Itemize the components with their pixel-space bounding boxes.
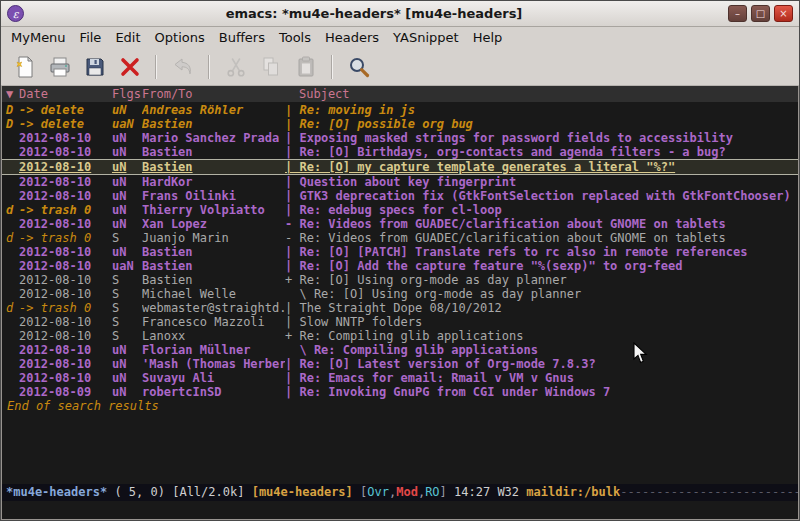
message-row[interactable]: 2012-08-10 uN Bastien | Re: [O] Birthday… (2, 145, 798, 159)
subject-cell: | Re: [O] my capture template generates … (285, 160, 798, 174)
toolbar-separator (155, 55, 157, 79)
message-row[interactable]: 2012-08-10 S Bastien + Re: [O] Using org… (2, 273, 798, 287)
message-row[interactable]: 2012-08-10 uN Suvayu Ali | Re: Emacs for… (2, 371, 798, 385)
menu-options[interactable]: Options (148, 29, 212, 46)
subject-cell: + Re: Compiling glib applications (285, 329, 798, 343)
flags-cell: uaN (112, 259, 142, 273)
flags-cell: uN (112, 217, 142, 231)
from-cell: Suvayu Ali (142, 371, 285, 385)
flags-cell: S (112, 329, 142, 343)
message-row[interactable]: 2012-08-10 uN Bastien | Re: [O] my captu… (2, 159, 798, 175)
date-cell: 2012-08-10 (19, 259, 112, 273)
mark-cell (2, 329, 19, 343)
message-row[interactable]: 2012-08-10 uN Frans Oilinki | GTK3 depre… (2, 189, 798, 203)
menu-headers[interactable]: Headers (318, 29, 386, 46)
mark-cell (2, 315, 19, 329)
sort-direction-icon[interactable]: ▼ (2, 86, 19, 102)
undo-button[interactable] (167, 52, 198, 82)
message-row[interactable]: 2012-08-10 S Lanoxx + Re: Compiling glib… (2, 329, 798, 343)
from-cell: Bastien (142, 259, 285, 273)
message-row[interactable]: 2012-08-10 uN Xan Lopez - Re: Videos fro… (2, 217, 798, 231)
date-cell: 2012-08-10 (19, 245, 112, 259)
save-icon (83, 55, 107, 79)
close-button[interactable]: × (774, 5, 793, 22)
column-header-subject[interactable]: Subject (285, 86, 798, 102)
from-cell: webmaster@straightd... (142, 301, 285, 315)
mark-cell: D (2, 103, 19, 117)
message-row[interactable]: 2012-08-10 S Michael Welle \ Re: [O] Usi… (2, 287, 798, 301)
from-cell: Bastien (142, 160, 285, 174)
date-cell: -> delete (19, 103, 112, 117)
subject-cell: | Slow NNTP folders (285, 315, 798, 329)
message-row[interactable]: d -> trash 0 S Juanjo Marin - Re: Videos… (2, 231, 798, 245)
maximize-button[interactable]: □ (751, 5, 770, 22)
flags-cell: uN (112, 131, 142, 145)
flags-cell: S (112, 287, 142, 301)
message-row[interactable]: 2012-08-09 uN robertcInSD | Re: Invoking… (2, 385, 798, 399)
subject-cell: - Re: Videos from GUADEC/clarification a… (285, 217, 798, 231)
subject-cell: | Re: [O] [PATCH] Translate refs to rc a… (285, 245, 798, 259)
mark-cell (2, 131, 19, 145)
save-button[interactable] (79, 52, 110, 82)
toolbar (1, 48, 799, 86)
modeline-position: ( 5, 0) (107, 485, 172, 499)
date-cell: -> trash 0 (19, 231, 112, 245)
minimize-button[interactable]: – (728, 5, 747, 22)
cut-icon (224, 55, 248, 79)
subject-cell: | Re: [O] Latest version of Org-mode 7.8… (285, 357, 798, 371)
from-cell: Xan Lopez (142, 217, 285, 231)
column-header-flags[interactable]: Flgs (112, 86, 142, 102)
message-row[interactable]: 2012-08-10 uN Florian Müllner \ Re: Comp… (2, 343, 798, 357)
flags-cell: uN (112, 189, 142, 203)
mark-cell: d (2, 203, 19, 217)
date-cell: 2012-08-10 (19, 329, 112, 343)
menu-yasnippet[interactable]: YASnippet (386, 29, 466, 46)
column-header-from[interactable]: From/To (142, 86, 285, 102)
message-row[interactable]: 2012-08-10 uN Mario Sanchez Prada | Expo… (2, 131, 798, 145)
new-file-button[interactable] (9, 52, 40, 82)
message-row[interactable]: 2012-08-10 uN HardKor | Question about k… (2, 175, 798, 189)
print-button[interactable] (44, 52, 75, 82)
kill-buffer-button[interactable] (114, 52, 145, 82)
titlebar[interactable]: ε emacs: *mu4e-headers* [mu4e-headers] –… (1, 1, 799, 27)
modeline-bracket-close: ] (440, 485, 454, 499)
menu-buffers[interactable]: Buffers (212, 29, 272, 46)
menu-file[interactable]: File (73, 29, 109, 46)
modeline-time: 14:27 (454, 485, 497, 499)
from-cell: Bastien (142, 245, 285, 259)
menu-mymenu[interactable]: MyMenu (4, 29, 73, 46)
new-file-icon (13, 55, 37, 79)
message-row[interactable]: D -> delete uN Andreas Röhler | Re: movi… (2, 103, 798, 117)
flags-cell: uN (112, 245, 142, 259)
mark-cell: d (2, 301, 19, 315)
message-list[interactable]: D -> delete uN Andreas Röhler | Re: movi… (2, 102, 798, 484)
print-icon (48, 55, 72, 79)
copy-button[interactable] (255, 52, 286, 82)
flags-cell: S (112, 315, 142, 329)
message-row[interactable]: 2012-08-10 S Francesco Mazzoli | Slow NN… (2, 315, 798, 329)
message-row[interactable]: 2012-08-10 uaN Bastien | Re: [O] Add the… (2, 259, 798, 273)
message-row[interactable]: D -> delete uaN Bastien | Re: [O] possib… (2, 117, 798, 131)
subject-cell: + Re: [O] Using org-mode as day planner (285, 273, 798, 287)
search-button[interactable] (343, 52, 374, 82)
message-row[interactable]: d -> trash 0 S webmaster@straightd... | … (2, 301, 798, 315)
subject-cell: | The Straight Dope 08/10/2012 (285, 301, 798, 315)
date-cell: 2012-08-10 (19, 371, 112, 385)
message-row[interactable]: 2012-08-10 uN Bastien | Re: [O] [PATCH] … (2, 245, 798, 259)
cut-button[interactable] (220, 52, 251, 82)
menu-help[interactable]: Help (466, 29, 510, 46)
flags-cell: S (112, 231, 142, 245)
menu-tools[interactable]: Tools (272, 29, 318, 46)
paste-button[interactable] (290, 52, 321, 82)
minibuffer[interactable] (2, 501, 798, 519)
date-cell: -> trash 0 (19, 203, 112, 217)
end-of-results: End of search results (2, 399, 798, 413)
menu-edit[interactable]: Edit (108, 29, 147, 46)
column-header-date[interactable]: Date (19, 86, 112, 102)
date-cell: 2012-08-10 (19, 315, 112, 329)
message-row[interactable]: d -> trash 0 uN Thierry Volpiatto | Re: … (2, 203, 798, 217)
modeline-size: [All/2.0k] (172, 485, 251, 499)
message-row[interactable]: 2012-08-10 uN 'Mash (Thomas Herbert) | R… (2, 357, 798, 371)
flags-cell: uN (112, 203, 142, 217)
mark-cell (2, 189, 19, 203)
